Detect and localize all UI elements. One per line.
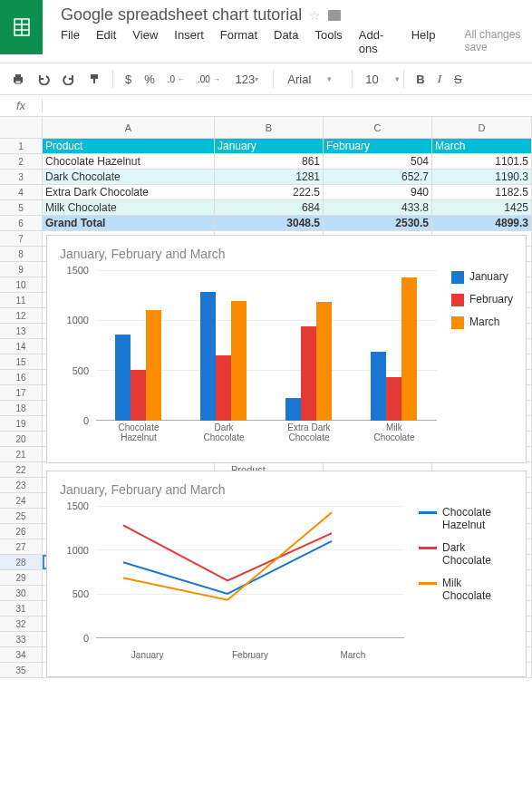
- bar-chart[interactable]: January, February and March050010001500C…: [46, 235, 527, 463]
- row-header[interactable]: 3: [0, 170, 43, 185]
- menu-format[interactable]: Format: [220, 28, 257, 55]
- menu-data[interactable]: Data: [274, 28, 298, 55]
- cell[interactable]: 433.8: [324, 200, 432, 216]
- redo-icon[interactable]: [58, 69, 80, 89]
- menu-file[interactable]: File: [61, 28, 80, 55]
- menu-help[interactable]: Help: [411, 28, 436, 55]
- cell[interactable]: Dark Chocolate: [43, 170, 215, 185]
- document-title[interactable]: Google spreadsheet chart tutorial: [61, 5, 302, 24]
- row-header[interactable]: 15: [0, 354, 43, 370]
- cell[interactable]: 222.5: [215, 185, 324, 200]
- menu-insert[interactable]: Insert: [174, 28, 204, 55]
- row-header[interactable]: 34: [0, 647, 43, 663]
- cell[interactable]: Product: [43, 139, 215, 154]
- cell[interactable]: 684: [215, 200, 324, 216]
- cell[interactable]: March: [432, 139, 532, 154]
- save-status: All changes save: [464, 28, 532, 55]
- row-header[interactable]: 17: [0, 385, 43, 401]
- decrease-decimal[interactable]: .0 ←: [163, 71, 189, 88]
- cell[interactable]: 2530.5: [324, 216, 432, 231]
- cell[interactable]: 504: [324, 154, 432, 170]
- row-header[interactable]: 20: [0, 432, 43, 447]
- font-size-select[interactable]: 10▾: [360, 69, 396, 90]
- cell[interactable]: 1101.5: [432, 154, 532, 170]
- format-percent[interactable]: %: [140, 69, 160, 90]
- bar: [301, 326, 316, 421]
- row-header[interactable]: 32: [0, 616, 43, 632]
- strikethrough-button[interactable]: S: [450, 69, 467, 90]
- row-header[interactable]: 7: [0, 231, 43, 247]
- menu-edit[interactable]: Edit: [96, 28, 116, 55]
- row-header[interactable]: 33: [0, 632, 43, 647]
- cell[interactable]: 652.7: [324, 170, 432, 185]
- select-all-corner[interactable]: [0, 117, 43, 139]
- row-header[interactable]: 21: [0, 447, 43, 462]
- col-header-a[interactable]: A: [43, 117, 215, 139]
- cell[interactable]: Milk Chocolate: [43, 200, 215, 216]
- row-header[interactable]: 1: [0, 139, 43, 154]
- row-header[interactable]: 25: [0, 509, 43, 524]
- more-formats[interactable]: 123 ▾: [228, 69, 266, 90]
- folder-icon[interactable]: [328, 10, 341, 21]
- row-header[interactable]: 26: [0, 524, 43, 539]
- cell[interactable]: February: [324, 139, 432, 154]
- col-header-b[interactable]: B: [215, 117, 324, 139]
- row-header[interactable]: 9: [0, 262, 43, 277]
- bold-button[interactable]: B: [411, 69, 429, 90]
- cell[interactable]: 1281: [215, 170, 324, 185]
- undo-icon[interactable]: [33, 69, 54, 89]
- row-header[interactable]: 5: [0, 200, 43, 216]
- cell[interactable]: January: [215, 139, 324, 154]
- cell[interactable]: Chocolate Hazelnut: [43, 154, 215, 170]
- x-label: Chocolate Hazelnut: [111, 422, 166, 442]
- row-header[interactable]: 35: [0, 663, 43, 678]
- italic-button[interactable]: I: [433, 68, 446, 90]
- cell[interactable]: 1425: [432, 200, 532, 216]
- cell[interactable]: Extra Dark Chocolate: [43, 185, 215, 200]
- cell[interactable]: 4899.3: [432, 216, 532, 231]
- row-header[interactable]: 4: [0, 185, 43, 200]
- font-family-select[interactable]: Arial▾: [281, 68, 344, 91]
- menu-tools[interactable]: Tools: [314, 28, 342, 55]
- paint-format-icon[interactable]: [83, 69, 105, 89]
- grid-body[interactable]: ProductJanuaryFebruaryMarchChocolate Haz…: [43, 139, 532, 678]
- row-header[interactable]: 29: [0, 570, 43, 586]
- row-header[interactable]: 27: [0, 539, 43, 555]
- cell[interactable]: 940: [324, 185, 432, 200]
- row-header[interactable]: 23: [0, 478, 43, 493]
- col-header-d[interactable]: D: [432, 117, 532, 139]
- row-header[interactable]: 13: [0, 324, 43, 339]
- row-header[interactable]: 31: [0, 601, 43, 616]
- format-currency[interactable]: $: [121, 69, 136, 90]
- row-header[interactable]: 30: [0, 586, 43, 601]
- toolbar: $ % .0 ← .00 → 123 ▾ Arial▾ 10▾ B I S: [0, 63, 532, 95]
- star-icon[interactable]: ☆: [309, 8, 321, 23]
- row-header[interactable]: 8: [0, 247, 43, 262]
- svg-rect-6: [15, 74, 21, 77]
- menu-view[interactable]: View: [132, 28, 158, 55]
- line-chart[interactable]: January, February and March050010001500J…: [46, 471, 527, 677]
- row-header[interactable]: 6: [0, 216, 43, 231]
- row-header[interactable]: 24: [0, 493, 43, 509]
- row-header[interactable]: 10: [0, 277, 43, 293]
- increase-decimal[interactable]: .00 →: [193, 71, 225, 88]
- col-header-c[interactable]: C: [324, 117, 432, 139]
- menu-addons[interactable]: Add-ons: [359, 28, 395, 55]
- row-header[interactable]: 28: [0, 555, 43, 570]
- sheets-logo[interactable]: [0, 0, 43, 54]
- print-icon[interactable]: [7, 69, 29, 89]
- row-header[interactable]: 19: [0, 416, 43, 432]
- cell[interactable]: 861: [215, 154, 324, 170]
- column-headers: A B C D: [0, 117, 532, 139]
- row-header[interactable]: 11: [0, 293, 43, 308]
- row-header[interactable]: 22: [0, 462, 43, 478]
- cell[interactable]: Grand Total: [43, 216, 215, 231]
- cell[interactable]: 1182.5: [432, 185, 532, 200]
- cell[interactable]: 1190.3: [432, 170, 532, 185]
- row-header[interactable]: 18: [0, 401, 43, 416]
- cell[interactable]: 3048.5: [215, 216, 324, 231]
- row-header[interactable]: 14: [0, 339, 43, 354]
- row-header[interactable]: 12: [0, 308, 43, 324]
- row-header[interactable]: 16: [0, 370, 43, 385]
- row-header[interactable]: 2: [0, 154, 43, 170]
